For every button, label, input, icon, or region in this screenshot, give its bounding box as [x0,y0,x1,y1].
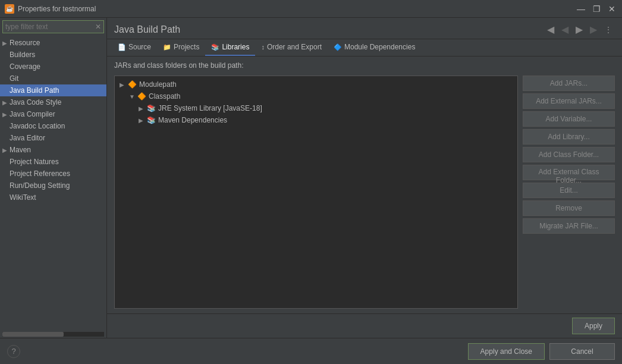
tree-node-label: Classpath [149,92,180,101]
tab-label: Source [128,43,151,51]
minimize-button[interactable]: — [576,4,586,14]
tabs-bar: 📄Source📁Projects📚Libraries↕Order and Exp… [107,39,622,57]
body-subtitle: JARs and class folders on the build path… [114,61,615,70]
side-btn-add-variable---[interactable]: Add Variable... [523,111,615,127]
sidebar-scrollbar-thumb [2,332,64,337]
back-button-2[interactable]: ◀ [559,23,571,36]
sidebar-item-1[interactable]: Builders [0,49,106,61]
side-btn-migrate-jar-file---[interactable]: Migrate JAR File... [523,218,615,234]
header-actions: ◀ ◀ ▶ ▶ ⋮ [545,23,615,36]
sidebar-item-label: Project References [10,170,70,178]
tree-node-icon: 📚 [147,104,156,112]
sidebar-item-8[interactable]: Java Editor [0,132,106,144]
forward-button[interactable]: ▶ [573,23,585,36]
tree-container[interactable]: ▶🔶Modulepath▼🔶Classpath▶📚JRE System Libr… [114,76,518,309]
side-btn-remove[interactable]: Remove [523,200,615,216]
apply-row: Apply [107,313,622,338]
tab-source[interactable]: 📄Source [112,39,157,56]
cancel-button[interactable]: Cancel [549,343,615,360]
sidebar-list: ▶ResourceBuildersCoverageGitJava Build P… [0,36,106,331]
tab-icon: 🔷 [334,43,342,51]
tree-arrow: ▶ [139,105,144,112]
tree-node-icon: 🔶 [128,80,137,89]
page-title: Java Build Path [114,24,180,35]
sidebar-item-label: Project Natures [10,158,59,166]
sidebar-item-6[interactable]: ▶Java Compiler [0,108,106,120]
sidebar-item-13[interactable]: WikiText [0,192,106,203]
bottom-buttons: Apply and Close Cancel [468,343,615,360]
sidebar-item-0[interactable]: ▶Resource [0,37,106,49]
sidebar-item-label: Resource [10,39,40,47]
sidebar-arrow: ▶ [2,99,7,106]
tab-projects[interactable]: 📁Projects [157,39,205,56]
sidebar-item-label: Javadoc Location [10,122,65,130]
app-icon: ☕ [5,4,14,14]
content-body: JARs and class folders on the build path… [107,57,622,313]
sidebar-arrow: ▶ [2,111,7,118]
side-btn-add-external-class-folder---[interactable]: Add External Class Folder... [523,165,615,180]
sidebar-item-10[interactable]: Project Natures [0,156,106,168]
side-btn-add-class-folder---[interactable]: Add Class Folder... [523,147,615,162]
tree-node-label: Modulepath [139,80,177,89]
tab-icon: 📄 [118,43,126,51]
sidebar-item-label: Java Compiler [10,110,55,118]
sidebar-item-label: Builders [10,51,35,59]
tab-label: Order and Export [267,43,322,51]
sidebar-item-11[interactable]: Project References [0,168,106,180]
sidebar-item-3[interactable]: Git [0,73,106,84]
help-button[interactable]: ? [7,345,20,358]
tree-item[interactable]: ▼🔶Classpath [115,90,517,102]
sidebar-item-label: Git [10,74,18,83]
sidebar-arrow: ▶ [2,147,7,153]
sidebar-item-7[interactable]: Javadoc Location [0,120,106,132]
maximize-button[interactable]: ❐ [591,4,602,14]
side-btn-edit---[interactable]: Edit... [523,183,615,198]
sidebar-item-5[interactable]: ▶Java Code Style [0,96,106,108]
filter-clear-icon[interactable]: ✕ [95,23,101,31]
tab-icon: ↕ [261,43,265,51]
right-buttons: Add JARs...Add External JARs...Add Varia… [523,76,615,309]
apply-button[interactable]: Apply [572,318,615,334]
side-btn-add-library---[interactable]: Add Library... [523,129,615,145]
tab-icon: 📚 [211,43,219,51]
help-icon: ? [11,347,15,356]
tab-label: Module Dependencies [344,43,415,51]
window-title: Properties for testnormal [18,5,576,13]
tree-arrow: ▶ [120,81,125,88]
more-options-button[interactable]: ⋮ [602,24,615,36]
tree-node-icon: 🔶 [137,92,146,101]
filter-input[interactable] [5,23,95,31]
body-main: ▶🔶Modulepath▼🔶Classpath▶📚JRE System Libr… [114,76,615,309]
back-button[interactable]: ◀ [545,23,557,36]
sidebar-item-9[interactable]: ▶Maven [0,144,106,156]
tab-order-and-export[interactable]: ↕Order and Export [255,39,328,56]
tree-item[interactable]: ▶📚JRE System Library [JavaSE-18] [115,102,517,114]
apply-and-close-button[interactable]: Apply and Close [468,343,545,360]
sidebar-scrollbar[interactable] [2,332,104,337]
side-btn-add-external-jars---[interactable]: Add External JARs... [523,93,615,109]
tab-module-dependencies[interactable]: 🔷Module Dependencies [328,39,421,56]
tab-label: Libraries [222,43,249,51]
tree-node-label: Maven Dependencies [158,116,227,124]
tab-label: Projects [174,43,199,51]
sidebar: ✕ ▶ResourceBuildersCoverageGitJava Build… [0,18,107,338]
tree-item[interactable]: ▶🔶Modulepath [115,79,517,90]
bottom-bar: ? Apply and Close Cancel [0,338,622,364]
sidebar-item-4[interactable]: Java Build Path [0,84,106,96]
content-panel: Java Build Path ◀ ◀ ▶ ▶ ⋮ 📄Source📁Projec… [107,18,622,338]
sidebar-item-label: Maven [10,146,31,154]
side-btn-add-jars---[interactable]: Add JARs... [523,76,615,91]
tab-libraries[interactable]: 📚Libraries [205,39,255,56]
filter-box[interactable]: ✕ [2,20,104,33]
close-button[interactable]: ✕ [607,4,617,14]
tree-node-icon: 📚 [147,116,156,124]
tree-item[interactable]: ▶📚Maven Dependencies [115,114,517,126]
sidebar-item-12[interactable]: Run/Debug Setting [0,180,106,192]
content-header: Java Build Path ◀ ◀ ▶ ▶ ⋮ [107,18,622,39]
forward-button-2[interactable]: ▶ [588,23,599,36]
tree-arrow: ▶ [139,117,144,124]
sidebar-item-2[interactable]: Coverage [0,61,106,73]
sidebar-item-label: Coverage [10,62,40,71]
tab-icon: 📁 [163,43,171,51]
sidebar-item-label: Java Build Path [10,86,59,95]
